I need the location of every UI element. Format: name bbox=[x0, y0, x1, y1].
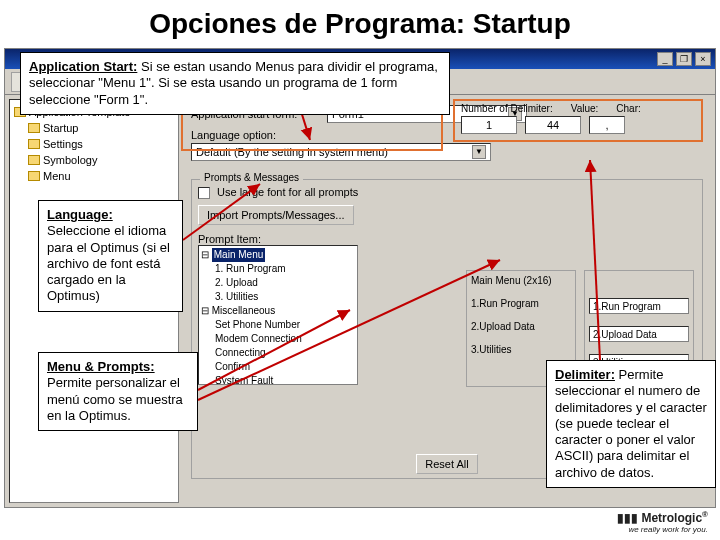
close-button[interactable]: × bbox=[695, 52, 711, 66]
list-item[interactable]: 3. Utilities bbox=[201, 290, 355, 304]
delim-count-label: Number of Delimiter: bbox=[461, 103, 553, 114]
folder-icon bbox=[28, 123, 40, 133]
delim-char-input[interactable]: , bbox=[589, 116, 625, 134]
callout-body: Permite personalizar el menú como se mue… bbox=[47, 375, 189, 424]
mm-item: 1.Run Program bbox=[471, 298, 571, 309]
tree-item-settings[interactable]: Settings bbox=[43, 136, 83, 152]
prompt-listbox[interactable]: ⊟ Main Menu 1. Run Program 2. Upload 3. … bbox=[198, 245, 358, 385]
mm-item: 3.Utilities bbox=[471, 344, 571, 355]
tree-item-symbology[interactable]: Symbology bbox=[43, 152, 97, 168]
list-item[interactable]: 2. Upload bbox=[201, 276, 355, 290]
delim-count-input[interactable]: 1 bbox=[461, 116, 517, 134]
callout-head: Menu & Prompts: bbox=[47, 359, 189, 375]
delimiter-group: Number of Delimiter: Value: Char: 1 44 , bbox=[453, 99, 703, 142]
list-item[interactable]: Modem Connection bbox=[201, 332, 355, 346]
callout-language: Language: Seleccione el idioma para el O… bbox=[38, 200, 183, 312]
list-item[interactable]: Miscellaneous bbox=[212, 305, 275, 316]
folder-icon bbox=[28, 155, 40, 165]
list-item[interactable]: Set Phone Number bbox=[201, 318, 355, 332]
callout-head: Language: bbox=[47, 207, 174, 223]
callout-body: Seleccione el idioma para el Optimus (si… bbox=[47, 223, 174, 304]
mm-edit-input[interactable] bbox=[589, 298, 689, 314]
folder-icon bbox=[28, 139, 40, 149]
list-item[interactable]: Confirm bbox=[201, 360, 355, 374]
chevron-down-icon[interactable]: ▼ bbox=[472, 145, 486, 159]
callout-delimiter: Delimiter: Permite seleccionar el numero… bbox=[546, 360, 716, 488]
prompts-title: Prompts & Messages bbox=[200, 172, 303, 183]
large-font-checkbox[interactable] bbox=[198, 187, 210, 199]
list-item[interactable]: Connecting bbox=[201, 346, 355, 360]
brand-name: Metrologic bbox=[641, 511, 702, 525]
list-item[interactable]: 1. Run Program bbox=[201, 262, 355, 276]
callout-head: Delimiter: bbox=[555, 367, 615, 382]
mm-title: Main Menu (2x16) bbox=[471, 275, 571, 286]
folder-icon bbox=[28, 171, 40, 181]
tree-item-startup[interactable]: Startup bbox=[43, 120, 78, 136]
mm-item: 2.Upload Data bbox=[471, 321, 571, 332]
delim-value-input[interactable]: 44 bbox=[525, 116, 581, 134]
delim-value-label: Value: bbox=[571, 103, 599, 114]
reset-all-button[interactable]: Reset All bbox=[416, 454, 477, 474]
callout-head: Application Start: bbox=[29, 59, 137, 74]
callout-body: Permite seleccionar el numero de delimit… bbox=[555, 367, 707, 480]
callout-menu-prompts: Menu & Prompts: Permite personalizar el … bbox=[38, 352, 198, 431]
import-prompts-button[interactable]: Import Prompts/Messages... bbox=[198, 205, 354, 225]
list-item[interactable]: System Fault bbox=[201, 374, 355, 385]
brand-tagline: we really work for you. bbox=[617, 525, 708, 534]
mm-edit-input[interactable] bbox=[589, 326, 689, 342]
slide-title: Opciones de Programa: Startup bbox=[0, 8, 720, 40]
list-item[interactable]: Main Menu bbox=[212, 248, 265, 262]
min-button[interactable]: _ bbox=[657, 52, 673, 66]
brand-logo: ▮▮▮ Metrologic® we really work for you. bbox=[617, 510, 708, 534]
restore-button[interactable]: ❐ bbox=[676, 52, 692, 66]
prompt-list-label: Prompt Item: bbox=[198, 233, 696, 245]
registered-icon: ® bbox=[702, 510, 708, 519]
delim-char-label: Char: bbox=[616, 103, 640, 114]
large-font-label: Use large font for all prompts bbox=[217, 186, 358, 198]
tree-item-menu[interactable]: Menu bbox=[43, 168, 71, 184]
callout-app-start: Application Start: Si se estan usando Me… bbox=[20, 52, 450, 115]
